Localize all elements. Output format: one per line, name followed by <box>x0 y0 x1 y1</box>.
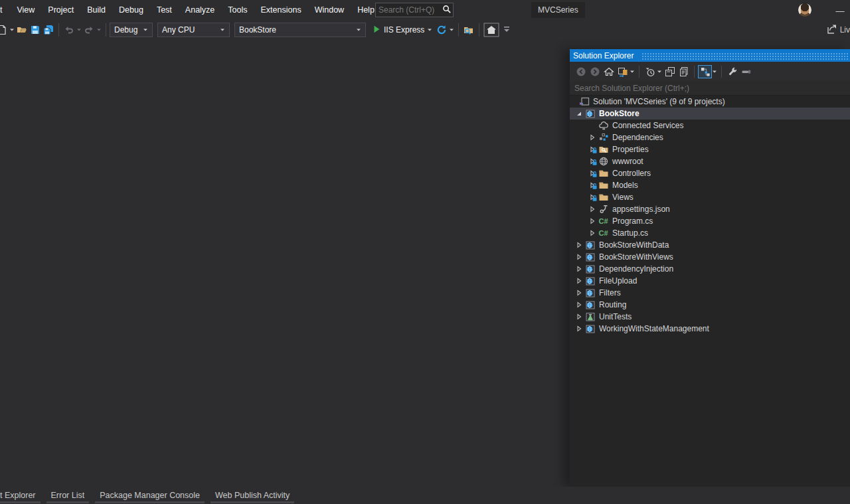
tree-item-label: Controllers <box>612 169 651 178</box>
menu-item-build[interactable]: Build <box>80 0 112 20</box>
tree-item-appsettings-json[interactable]: appsettings.json <box>570 203 850 215</box>
bottom-tab-web-publish-activity[interactable]: Web Publish Activity <box>211 487 294 504</box>
minimize-window-icon[interactable]: — <box>834 5 846 17</box>
play-icon <box>372 25 381 36</box>
startup-project-dropdown[interactable]: BookStore <box>234 23 366 37</box>
properties-wrench-icon[interactable] <box>725 65 739 78</box>
unittest-icon <box>584 311 596 322</box>
undo-dropdown-icon[interactable] <box>76 27 82 33</box>
tree-collapsed-icon[interactable] <box>574 323 584 334</box>
switch-views-icon[interactable] <box>616 65 630 78</box>
live-share-button[interactable]: Liv <box>826 20 850 40</box>
tree-item-routing[interactable]: Routing <box>570 299 850 311</box>
search-icon[interactable] <box>440 4 453 16</box>
toolbar-overflow-icon[interactable] <box>500 23 513 37</box>
webproject-icon <box>584 252 596 262</box>
tree-collapsed-icon[interactable] <box>574 264 584 274</box>
tree-item-label: Routing <box>599 300 626 309</box>
tree-item-bookstore[interactable]: BookStore <box>570 108 850 120</box>
bottom-tab-t-explorer[interactable]: t Explorer <box>0 487 41 504</box>
user-avatar[interactable] <box>798 3 812 17</box>
save-icon[interactable] <box>29 23 42 37</box>
menu-item-t[interactable]: t <box>0 0 10 20</box>
tree-item-startup-cs[interactable]: C#Startup.cs <box>570 227 850 239</box>
menu-item-tools[interactable]: Tools <box>221 0 254 20</box>
new-item-dropdown-icon[interactable] <box>9 27 15 33</box>
tree-item-workingwithstatemanagement[interactable]: WorkingWithStateManagement <box>570 323 850 335</box>
forward-icon[interactable] <box>588 65 602 78</box>
platform-dropdown[interactable]: Any CPU <box>157 23 230 37</box>
redo-icon[interactable] <box>82 23 96 37</box>
tree-item-filters[interactable]: Filters <box>570 287 850 299</box>
tree-item-wwwroot[interactable]: wwwroot <box>570 155 850 167</box>
folder-icon <box>598 168 609 179</box>
quick-search-input[interactable] <box>376 5 440 15</box>
tree-collapsed-icon[interactable] <box>574 311 584 322</box>
browser-home-icon[interactable] <box>483 23 500 37</box>
tree-collapsed-icon[interactable] <box>574 252 584 262</box>
solution-explorer-search[interactable] <box>570 81 850 96</box>
menu-item-window[interactable]: Window <box>308 0 351 20</box>
home-icon[interactable] <box>602 65 616 78</box>
tree-collapsed-icon[interactable] <box>574 276 584 286</box>
solution-tree: Solution 'MVCSeries' (9 of 9 projects)Bo… <box>570 96 850 335</box>
menu-item-test[interactable]: Test <box>150 0 179 20</box>
tree-collapsed-icon[interactable] <box>574 240 584 250</box>
hot-reload-dropdown-icon[interactable] <box>448 27 455 33</box>
tree-item-controllers[interactable]: Controllers <box>570 167 850 179</box>
tree-item-views[interactable]: Views <box>570 191 850 203</box>
tree-item-models[interactable]: Models <box>570 179 850 191</box>
tree-expanded-icon[interactable] <box>574 108 584 119</box>
tree-collapsed-icon[interactable] <box>587 228 598 238</box>
menu-item-extensions[interactable]: Extensions <box>254 0 308 20</box>
tree-item-properties[interactable]: Properties <box>570 143 850 155</box>
tree-collapsed-icon[interactable] <box>587 216 598 226</box>
webproject-icon <box>584 323 596 334</box>
tree-collapsed-icon[interactable] <box>587 132 598 143</box>
find-in-files-icon[interactable] <box>462 23 475 37</box>
tree-collapsed-icon[interactable] <box>574 299 584 310</box>
solution-explorer-search-input[interactable] <box>573 83 772 94</box>
tree-item-dependencyinjection[interactable]: DependencyInjection <box>570 263 850 275</box>
tree-item-bookstorewithviews[interactable]: BookStoreWithViews <box>570 251 850 263</box>
menu-item-debug[interactable]: Debug <box>112 0 150 20</box>
save-all-icon[interactable] <box>42 23 55 37</box>
open-file-icon[interactable] <box>15 23 29 37</box>
new-item-icon[interactable] <box>0 23 9 37</box>
lock-icon <box>592 159 598 166</box>
filter-dropdown-icon[interactable] <box>657 69 663 74</box>
switch-views-dropdown-icon[interactable] <box>630 69 636 74</box>
sync-with-active-document-icon[interactable] <box>698 65 712 78</box>
tree-collapsed-icon[interactable] <box>587 204 598 214</box>
configuration-dropdown[interactable]: Debug <box>110 23 153 37</box>
undo-icon[interactable] <box>62 23 76 37</box>
show-all-files-icon[interactable] <box>677 65 691 78</box>
pending-changes-filter-icon[interactable] <box>643 65 657 78</box>
hot-reload-icon[interactable] <box>435 23 448 37</box>
tree-item-bookstorewithdata[interactable]: BookStoreWithData <box>570 239 850 251</box>
bottom-tab-package-manager-console[interactable]: Package Manager Console <box>95 487 205 504</box>
tree-item-solution-mvcseries-9-of-9-projects[interactable]: Solution 'MVCSeries' (9 of 9 projects) <box>570 96 850 108</box>
menu-item-analyze[interactable]: Analyze <box>179 0 221 20</box>
solution-explorer-header[interactable]: Solution Explorer <box>570 49 850 62</box>
back-icon[interactable] <box>574 65 588 78</box>
tree-item-unittests[interactable]: UnitTests <box>570 311 850 323</box>
sync-dropdown-icon[interactable] <box>712 69 718 74</box>
preview-selected-items-icon[interactable] <box>739 65 753 78</box>
menu-item-view[interactable]: View <box>10 0 41 20</box>
run-iis-express-button[interactable]: IIS Express <box>372 25 432 36</box>
collapse-all-icon[interactable] <box>663 65 677 78</box>
quick-search-box[interactable] <box>375 3 454 17</box>
toolbar-separator <box>721 66 722 78</box>
tree-item-label: Dependencies <box>612 133 663 142</box>
tree-item-dependencies[interactable]: Dependencies <box>570 131 850 143</box>
tree-collapsed-icon[interactable] <box>574 288 584 298</box>
tree-item-program-cs[interactable]: C#Program.cs <box>570 215 850 227</box>
window-solution-title: MVCSeries <box>531 2 585 18</box>
tree-item-fileupload[interactable]: FileUpload <box>570 275 850 287</box>
svg-text:C#: C# <box>598 217 608 225</box>
menu-item-project[interactable]: Project <box>41 0 80 20</box>
bottom-tab-error-list[interactable]: Error List <box>46 487 90 504</box>
tree-item-connected-services[interactable]: Connected Services <box>570 120 850 131</box>
redo-dropdown-icon[interactable] <box>96 27 102 33</box>
